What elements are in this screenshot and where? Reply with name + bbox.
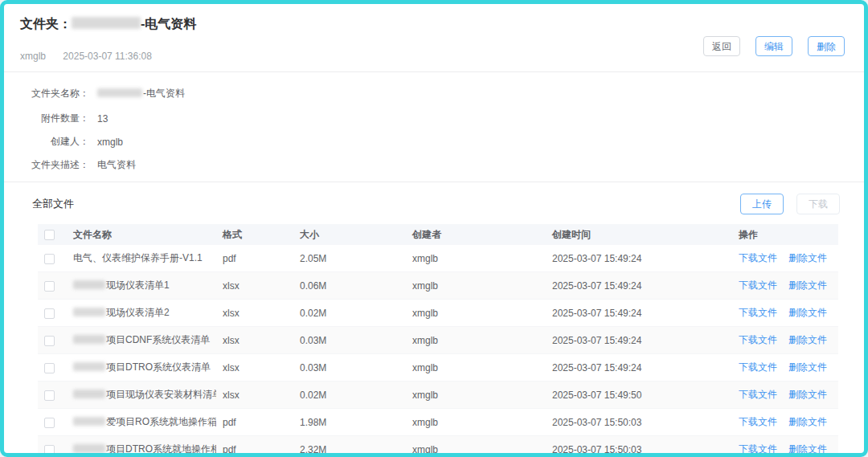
column-header-action: 操作 bbox=[732, 224, 838, 245]
creator-name: xmglb bbox=[20, 51, 46, 62]
download-file-link[interactable]: 下载文件 bbox=[739, 389, 777, 400]
detail-row-description: 文件夹描述： 电气资料 bbox=[20, 158, 848, 172]
page-title: 文件夹：-电气资料 bbox=[20, 14, 848, 33]
file-size: 0.06M bbox=[293, 272, 406, 300]
back-button[interactable]: 返回 bbox=[703, 36, 740, 56]
file-name: 现场仪表清单1 bbox=[67, 272, 216, 300]
file-created-at: 2025-03-07 15:49:24 bbox=[546, 272, 732, 300]
files-section-title: 全部文件 bbox=[32, 197, 74, 211]
file-created-at: 2025-03-07 15:49:24 bbox=[546, 354, 732, 382]
file-name: 现场仪表清单2 bbox=[67, 300, 216, 327]
file-table: 文件名称 格式 大小 创建者 创建时间 操作 电气、仪表维护保养手册-V1.1 … bbox=[38, 224, 838, 457]
redacted-project-name bbox=[73, 280, 105, 289]
file-name: 电气、仪表维护保养手册-V1.1 bbox=[67, 245, 216, 272]
file-format: xlsx bbox=[216, 327, 293, 354]
table-row: 爱项目RO系统就地操作箱 pdf 1.98M xmglb 2025-03-07 … bbox=[38, 409, 838, 436]
file-size: 0.02M bbox=[293, 382, 406, 409]
column-header-created-at: 创建时间 bbox=[546, 224, 732, 245]
row-checkbox[interactable] bbox=[44, 254, 55, 264]
file-size: 2.05M bbox=[293, 245, 406, 272]
row-checkbox[interactable] bbox=[44, 418, 55, 428]
detail-value: 13 bbox=[97, 113, 108, 124]
file-created-at: 2025-03-07 15:49:24 bbox=[546, 327, 732, 354]
detail-value: -电气资料 bbox=[97, 87, 185, 100]
table-row: 电气、仪表维护保养手册-V1.1 pdf 2.05M xmglb 2025-03… bbox=[38, 245, 838, 272]
detail-row-attachment-count: 附件数量： 13 bbox=[20, 112, 848, 125]
download-button[interactable]: 下载 bbox=[796, 194, 840, 214]
row-checkbox[interactable] bbox=[44, 336, 55, 346]
detail-value: 电气资料 bbox=[97, 158, 136, 172]
file-name: 爱项目RO系统就地操作箱 bbox=[67, 409, 216, 436]
delete-file-link[interactable]: 删除文件 bbox=[788, 280, 827, 291]
file-creator: xmglb bbox=[406, 300, 546, 327]
detail-row-folder-name: 文件夹名称： -电气资料 bbox=[20, 87, 848, 100]
detail-label: 附件数量： bbox=[20, 112, 89, 125]
delete-file-link[interactable]: 删除文件 bbox=[788, 361, 827, 373]
file-size: 1.98M bbox=[293, 409, 406, 436]
delete-file-link[interactable]: 删除文件 bbox=[788, 252, 827, 263]
column-header-format: 格式 bbox=[216, 224, 293, 245]
column-header-name: 文件名称 bbox=[67, 224, 216, 245]
file-created-at: 2025-03-07 15:49:50 bbox=[546, 382, 732, 409]
delete-file-link[interactable]: 删除文件 bbox=[788, 307, 827, 318]
select-all-checkbox[interactable] bbox=[44, 230, 55, 240]
table-header-row: 文件名称 格式 大小 创建者 创建时间 操作 bbox=[38, 224, 838, 245]
page-header: 文件夹：-电气资料 返回 编辑 删除 xmglb 2025-03-07 11:3… bbox=[4, 4, 864, 62]
file-creator: xmglb bbox=[406, 272, 546, 300]
download-file-link[interactable]: 下载文件 bbox=[739, 416, 777, 427]
edit-button[interactable]: 编辑 bbox=[755, 36, 792, 56]
download-file-link[interactable]: 下载文件 bbox=[739, 252, 777, 263]
download-file-link[interactable]: 下载文件 bbox=[739, 307, 777, 318]
file-format: pdf bbox=[216, 409, 293, 436]
table-row: 项目DTRO系统就地操作柜 pdf 2.32M xmglb 2025-03-07… bbox=[38, 436, 838, 457]
delete-file-link[interactable]: 删除文件 bbox=[788, 334, 827, 345]
row-checkbox[interactable] bbox=[44, 281, 55, 292]
files-section: 全部文件 上传 下载 文件名称 格式 大小 创建者 创建时间 操作 bbox=[4, 182, 864, 457]
row-checkbox[interactable] bbox=[44, 363, 55, 373]
redacted-project-name bbox=[73, 362, 105, 371]
delete-file-link[interactable]: 删除文件 bbox=[788, 416, 827, 427]
files-header: 全部文件 上传 下载 bbox=[20, 192, 848, 216]
file-name: 项目CDNF系统仪表清单 bbox=[67, 327, 216, 354]
file-creator: xmglb bbox=[406, 409, 546, 436]
file-creator: xmglb bbox=[406, 436, 546, 457]
row-actions: 下载文件删除文件 bbox=[732, 382, 838, 409]
file-format: pdf bbox=[216, 436, 293, 457]
file-creator: xmglb bbox=[406, 327, 546, 354]
download-file-link[interactable]: 下载文件 bbox=[739, 443, 777, 455]
file-format: xlsx bbox=[216, 300, 293, 327]
redacted-folder-name bbox=[97, 88, 142, 97]
row-checkbox[interactable] bbox=[44, 445, 55, 455]
row-actions: 下载文件删除文件 bbox=[732, 300, 838, 327]
file-format: pdf bbox=[216, 245, 293, 272]
table-row: 现场仪表清单1 xlsx 0.06M xmglb 2025-03-07 15:4… bbox=[38, 272, 838, 300]
table-row: 现场仪表清单2 xlsx 0.02M xmglb 2025-03-07 15:4… bbox=[38, 300, 838, 327]
folder-detail-page: 文件夹：-电气资料 返回 编辑 删除 xmglb 2025-03-07 11:3… bbox=[0, 0, 868, 457]
delete-button[interactable]: 删除 bbox=[808, 36, 845, 56]
page-title-suffix: -电气资料 bbox=[141, 17, 196, 31]
row-actions: 下载文件删除文件 bbox=[732, 436, 838, 457]
detail-label: 文件夹名称： bbox=[20, 87, 89, 100]
row-checkbox[interactable] bbox=[44, 308, 55, 319]
file-name: 项目现场仪表安装材料清单 bbox=[67, 382, 216, 409]
detail-row-creator: 创建人： xmglb bbox=[20, 135, 848, 149]
page-title-prefix: 文件夹： bbox=[20, 17, 72, 31]
row-actions: 下载文件删除文件 bbox=[732, 327, 838, 354]
table-row: 项目现场仪表安装材料清单 xlsx 0.02M xmglb 2025-03-07… bbox=[38, 382, 838, 409]
row-checkbox[interactable] bbox=[44, 390, 55, 401]
file-size: 0.03M bbox=[293, 354, 406, 382]
file-size: 0.03M bbox=[293, 327, 406, 354]
column-header-size: 大小 bbox=[293, 224, 406, 245]
file-created-at: 2025-03-07 15:49:24 bbox=[546, 245, 732, 272]
download-file-link[interactable]: 下载文件 bbox=[739, 361, 777, 373]
upload-button[interactable]: 上传 bbox=[740, 194, 784, 214]
delete-file-link[interactable]: 删除文件 bbox=[788, 389, 827, 400]
file-name: 项目DTRO系统就地操作柜 bbox=[67, 436, 216, 457]
download-file-link[interactable]: 下载文件 bbox=[739, 280, 777, 291]
download-file-link[interactable]: 下载文件 bbox=[739, 334, 777, 345]
file-format: xlsx bbox=[216, 382, 293, 409]
delete-file-link[interactable]: 删除文件 bbox=[788, 443, 827, 455]
row-actions: 下载文件删除文件 bbox=[732, 354, 838, 382]
file-creator: xmglb bbox=[406, 382, 546, 409]
table-row: 项目CDNF系统仪表清单 xlsx 0.03M xmglb 2025-03-07… bbox=[38, 327, 838, 354]
